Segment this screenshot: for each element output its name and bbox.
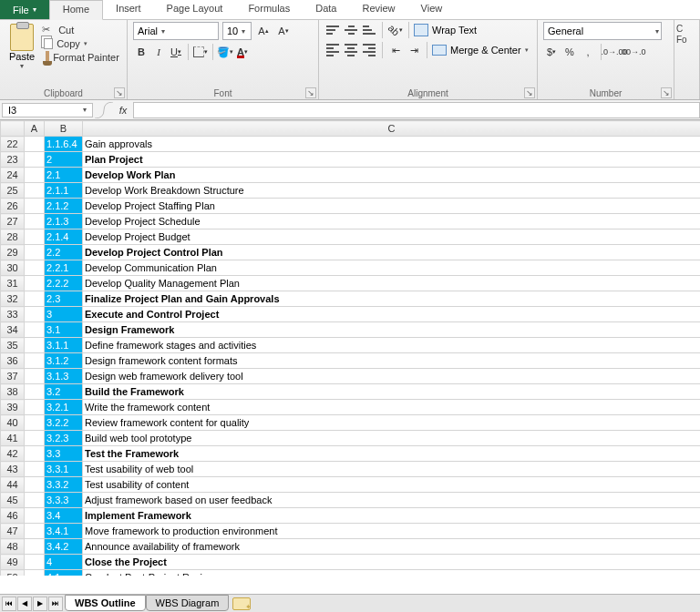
row-header[interactable]: 24: [1, 168, 25, 183]
cell-b[interactable]: 2.1.3: [45, 214, 83, 230]
cell-c[interactable]: Define framework stages and activities: [83, 338, 701, 353]
cell-a[interactable]: [25, 322, 45, 338]
sheet-nav-prev[interactable]: ◀: [17, 597, 32, 611]
row-header[interactable]: 43: [1, 462, 25, 477]
cell-a[interactable]: [25, 446, 45, 462]
cell-c[interactable]: Close the Project: [83, 555, 701, 570]
cell-c[interactable]: Design Framework: [83, 322, 701, 338]
row-header[interactable]: 44: [1, 477, 25, 493]
cell-b[interactable]: 3.1: [45, 322, 83, 338]
worksheet-grid[interactable]: A B C 221.1.6.4Gain approvals232Plan Pro…: [0, 120, 700, 576]
align-bottom-button[interactable]: [361, 22, 377, 38]
cell-b[interactable]: 3.2.1: [45, 400, 83, 415]
tab-formulas[interactable]: Formulas: [235, 0, 303, 19]
cell-a[interactable]: [25, 230, 45, 245]
cell-a[interactable]: [25, 555, 45, 570]
cell-b[interactable]: 2.1: [45, 168, 83, 183]
cell-c[interactable]: Develop Work Plan: [83, 168, 701, 183]
new-sheet-button[interactable]: [232, 597, 251, 610]
row-header[interactable]: 33: [1, 307, 25, 322]
cell-b[interactable]: 4: [45, 555, 83, 570]
row-header[interactable]: 50: [1, 570, 25, 576]
cell-a[interactable]: [25, 539, 45, 555]
cell-c[interactable]: Conduct Post-Project Review: [83, 570, 701, 576]
row-header[interactable]: 32: [1, 291, 25, 307]
align-middle-button[interactable]: [343, 22, 359, 38]
cell-a[interactable]: [25, 183, 45, 199]
cell-b[interactable]: 2.2.1: [45, 260, 83, 276]
align-top-button[interactable]: [324, 22, 341, 38]
row-header[interactable]: 49: [1, 555, 25, 570]
merge-center-button[interactable]: Merge & Center ▾: [432, 45, 529, 56]
row-header[interactable]: 25: [1, 183, 25, 199]
cell-a[interactable]: [25, 338, 45, 353]
align-right-button[interactable]: [361, 42, 377, 58]
italic-button[interactable]: I: [150, 44, 167, 60]
cell-a[interactable]: [25, 477, 45, 493]
cell-c[interactable]: Test the Framework: [83, 446, 701, 462]
row-header[interactable]: 34: [1, 322, 25, 338]
cell-b[interactable]: 3.1.2: [45, 353, 83, 369]
font-name-combo[interactable]: Arial ▾: [133, 22, 219, 40]
formula-input[interactable]: [133, 102, 700, 118]
row-header[interactable]: 36: [1, 353, 25, 369]
cell-c[interactable]: Develop Project Control Plan: [83, 245, 701, 260]
percent-button[interactable]: %: [561, 44, 578, 60]
select-all-corner[interactable]: [1, 121, 25, 137]
shrink-font-button[interactable]: A▾: [275, 23, 292, 39]
currency-button[interactable]: $▾: [543, 44, 560, 60]
cell-a[interactable]: [25, 291, 45, 307]
cell-c[interactable]: Develop Quality Management Plan: [83, 276, 701, 291]
cell-b[interactable]: 3.4: [45, 508, 83, 524]
cut-button[interactable]: ✂ Cut: [42, 24, 119, 36]
row-header[interactable]: 46: [1, 508, 25, 524]
cell-a[interactable]: [25, 307, 45, 322]
cell-b[interactable]: 3.1.3: [45, 369, 83, 384]
cell-b[interactable]: 3.2.2: [45, 415, 83, 431]
cell-a[interactable]: [25, 524, 45, 539]
tab-review[interactable]: Review: [349, 0, 407, 19]
cell-b[interactable]: 2.1.2: [45, 199, 83, 214]
cell-b[interactable]: 3.2.3: [45, 431, 83, 446]
tab-data[interactable]: Data: [303, 0, 349, 19]
row-header[interactable]: 48: [1, 539, 25, 555]
grow-font-button[interactable]: A▴: [255, 23, 272, 39]
alignment-launcher[interactable]: ↘: [524, 87, 535, 98]
cell-a[interactable]: [25, 400, 45, 415]
cell-a[interactable]: [25, 493, 45, 508]
cell-b[interactable]: 2.3: [45, 291, 83, 307]
sheet-nav-next[interactable]: ▶: [33, 597, 47, 611]
cell-b[interactable]: 3.3.3: [45, 493, 83, 508]
cell-c[interactable]: Develop Project Staffing Plan: [83, 199, 701, 214]
tab-home[interactable]: Home: [49, 0, 103, 20]
row-header[interactable]: 39: [1, 400, 25, 415]
font-launcher[interactable]: ↘: [305, 87, 316, 98]
sheet-nav-first[interactable]: ⏮: [2, 597, 16, 611]
cell-c[interactable]: Finalize Project Plan and Gain Approvals: [83, 291, 701, 307]
font-color-button[interactable]: A▾: [234, 44, 251, 60]
cell-b[interactable]: 3.4.2: [45, 539, 83, 555]
cell-c[interactable]: Develop Project Schedule: [83, 214, 701, 230]
row-header[interactable]: 37: [1, 369, 25, 384]
cell-c[interactable]: Develop Work Breakdown Structure: [83, 183, 701, 199]
cell-b[interactable]: 3.4.1: [45, 524, 83, 539]
cell-c[interactable]: Review framework content for quality: [83, 415, 701, 431]
row-header[interactable]: 35: [1, 338, 25, 353]
align-left-button[interactable]: [324, 42, 341, 58]
name-box[interactable]: I3 ▾: [2, 103, 93, 117]
row-header[interactable]: 31: [1, 276, 25, 291]
cell-b[interactable]: 2.2: [45, 245, 83, 260]
cell-a[interactable]: [25, 260, 45, 276]
cell-c[interactable]: Design web framework delivery tool: [83, 369, 701, 384]
fx-icon[interactable]: fx: [117, 104, 129, 117]
cell-c[interactable]: Adjust framework based on user feedback: [83, 493, 701, 508]
font-size-combo[interactable]: 10 ▾: [222, 22, 252, 40]
cell-b[interactable]: 2.1.1: [45, 183, 83, 199]
align-center-button[interactable]: [343, 42, 359, 58]
wrap-text-button[interactable]: Wrap Text: [414, 24, 477, 36]
cell-b[interactable]: 3: [45, 307, 83, 322]
cell-a[interactable]: [25, 152, 45, 168]
cell-a[interactable]: [25, 384, 45, 400]
cell-b[interactable]: 3.3.2: [45, 477, 83, 493]
sheet-nav-last[interactable]: ⏭: [48, 597, 63, 611]
